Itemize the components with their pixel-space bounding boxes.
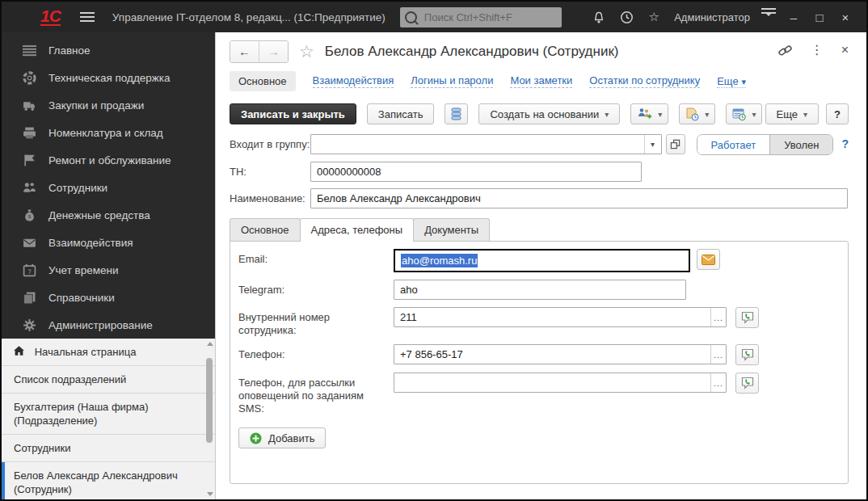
forward-button[interactable]: → bbox=[259, 41, 288, 62]
phone-value: +7 856-65-17 bbox=[400, 348, 463, 360]
sms-phone-call-button[interactable] bbox=[735, 373, 759, 394]
more-button[interactable]: Еще▾ bbox=[765, 103, 819, 124]
internal-phone-field[interactable]: 211 ... bbox=[394, 307, 727, 327]
group-label: Входит в группу: bbox=[230, 134, 310, 151]
create-based-on-button[interactable]: Создать на основании▾ bbox=[478, 103, 620, 124]
scheduled-tasks-button[interactable]: ▾ bbox=[726, 103, 762, 124]
document-history-button[interactable]: ▾ bbox=[679, 103, 715, 124]
save-and-close-button[interactable]: Записать и закрыть bbox=[230, 103, 356, 124]
phone-choose-button[interactable]: ... bbox=[710, 345, 726, 364]
sms-phone-field[interactable]: ... bbox=[394, 373, 727, 393]
link-interactions[interactable]: Взаимодействия bbox=[313, 74, 394, 88]
send-email-button[interactable] bbox=[697, 249, 720, 270]
envelope-orange-icon bbox=[702, 255, 715, 265]
telegram-row: Telegram: aho bbox=[238, 280, 848, 300]
window-item-accounting-department[interactable]: Бухгалтерия (Наша фирма) (Подразделение) bbox=[2, 394, 215, 435]
window-item-home[interactable]: Начальная страница bbox=[2, 339, 215, 366]
name-value: Белов Александр Александрович bbox=[317, 192, 481, 204]
people-add-icon bbox=[637, 107, 652, 120]
window-item-departments-list[interactable]: Список подразделений bbox=[2, 366, 215, 394]
phone-bubble-icon bbox=[741, 311, 754, 324]
favorites-star-icon[interactable]: ☆ bbox=[640, 10, 668, 24]
help-button[interactable]: ? bbox=[826, 103, 849, 124]
sidebar-item-administration[interactable]: Администрирование bbox=[2, 311, 215, 339]
sidebar-item-money[interactable]: s Денежные средства bbox=[2, 201, 215, 229]
employee-form: ← → ☆ Белов Александр Александрович (Сот… bbox=[217, 32, 866, 499]
read-data-button[interactable] bbox=[445, 103, 468, 124]
status-fired-button[interactable]: Уволен bbox=[770, 135, 832, 154]
phone-bubble-icon bbox=[741, 348, 754, 361]
phone-call-button[interactable] bbox=[735, 344, 759, 365]
window-item-label: Сотрудники bbox=[14, 442, 70, 454]
sidebar-item-interactions[interactable]: Взаимодействия bbox=[2, 229, 215, 256]
search-input[interactable] bbox=[423, 11, 568, 24]
add-contact-label: Добавить bbox=[268, 432, 314, 444]
add-user-button[interactable]: ▾ bbox=[630, 103, 668, 124]
scrollbar-thumb[interactable] bbox=[206, 358, 213, 443]
money-bag-icon: s bbox=[23, 208, 36, 222]
maximize-button[interactable]: □ bbox=[807, 11, 832, 24]
tn-label: ТН: bbox=[230, 162, 310, 179]
link-my-notes[interactable]: Мои заметки bbox=[510, 74, 572, 88]
telegram-field[interactable]: aho bbox=[394, 280, 686, 300]
status-help-link[interactable]: ? bbox=[841, 134, 849, 150]
sidebar-item-purchases-sales[interactable]: Закупки и продажи bbox=[2, 91, 215, 119]
favorite-star-icon[interactable]: ☆ bbox=[299, 42, 314, 61]
minimize-button[interactable]: – bbox=[781, 11, 807, 24]
link-logins-passwords[interactable]: Логины и пароли bbox=[411, 74, 493, 88]
sms-phone-choose-button[interactable]: ... bbox=[710, 373, 726, 392]
internal-phone-choose-button[interactable]: ... bbox=[710, 308, 726, 326]
form-header-icons: ⋮ × bbox=[760, 41, 849, 59]
sidebar-item-time-tracking[interactable]: 7 Учет времени bbox=[2, 256, 215, 284]
detail-tabs: Основное Адреса, телефоны Документы bbox=[230, 218, 849, 241]
sidebar-item-nomenclature-warehouse[interactable]: Номенклатура и склад bbox=[2, 119, 215, 146]
window-item-belov-employee[interactable]: Белов Александр Александрович (Сотрудник… bbox=[2, 462, 215, 499]
global-search[interactable] bbox=[400, 7, 562, 27]
history-icon[interactable] bbox=[613, 10, 640, 25]
window-item-employees[interactable]: Сотрудники bbox=[2, 435, 215, 462]
add-contact-button[interactable]: Добавить bbox=[238, 427, 326, 448]
email-field[interactable]: aho@romash.ru bbox=[394, 249, 690, 272]
tab-addresses-phones[interactable]: Адреса, телефоны bbox=[300, 218, 415, 242]
sidebar-item-glavnoe[interactable]: Главное bbox=[2, 36, 215, 64]
save-button[interactable]: Записать bbox=[367, 103, 435, 124]
notifications-bell-icon[interactable] bbox=[585, 10, 613, 24]
name-row: Наименование: Белов Александр Александро… bbox=[230, 188, 849, 208]
chevron-down-icon: ▾ bbox=[705, 110, 709, 119]
sms-phone-label: Телефон, для рассылки оповещений по зада… bbox=[238, 373, 394, 415]
status-working-button[interactable]: Работает bbox=[697, 135, 771, 154]
sidebar-scrollbar[interactable] bbox=[204, 340, 214, 498]
current-user[interactable]: Администратор bbox=[674, 11, 750, 23]
phone-bubble-icon bbox=[741, 377, 754, 389]
sidebar-item-repair-maintenance[interactable]: Ремонт и обслуживание bbox=[2, 146, 215, 174]
sidebar-item-directories[interactable]: Справочники bbox=[2, 284, 215, 311]
scroll-down-icon[interactable] bbox=[207, 492, 213, 496]
form-nav: Основное Взаимодействия Логины и пароли … bbox=[230, 70, 849, 92]
close-form-icon[interactable]: × bbox=[841, 41, 849, 59]
main-menu-icon[interactable] bbox=[80, 10, 95, 24]
group-field[interactable]: ▾ bbox=[310, 134, 662, 154]
sidebar-item-employees[interactable]: Сотрудники bbox=[2, 174, 215, 201]
more-actions-icon[interactable]: ⋮ bbox=[811, 41, 824, 59]
tab-main[interactable]: Основное bbox=[230, 218, 301, 241]
group-open-button[interactable] bbox=[666, 134, 685, 154]
tab-osnovnoe-link[interactable]: Основное bbox=[230, 71, 296, 91]
phone-field[interactable]: +7 856-65-17 ... bbox=[394, 344, 727, 364]
tab-documents[interactable]: Документы bbox=[413, 218, 490, 241]
get-link-icon[interactable] bbox=[777, 41, 793, 59]
sidebar-item-label: Техническая поддержка bbox=[48, 72, 171, 84]
sections-panel: Главное Техническая поддержка Закупки и … bbox=[2, 32, 215, 339]
sidebar-item-tech-support[interactable]: Техническая поддержка bbox=[2, 64, 215, 91]
internal-phone-call-button[interactable] bbox=[735, 307, 759, 328]
scroll-up-icon[interactable] bbox=[207, 342, 213, 346]
internal-phone-label: Внутренний номер сотрудника: bbox=[238, 307, 394, 337]
nav-more-button[interactable]: Еще▾ bbox=[717, 75, 746, 88]
name-field[interactable]: Белов Александр Александрович bbox=[310, 188, 848, 208]
back-button[interactable]: ← bbox=[230, 41, 259, 62]
close-window-button[interactable]: × bbox=[832, 11, 858, 24]
link-employee-balances[interactable]: Остатки по сотруднику bbox=[589, 74, 700, 88]
service-menu-icon[interactable] bbox=[756, 6, 781, 28]
tn-field[interactable]: 00000000008 bbox=[310, 162, 642, 182]
group-dropdown-icon[interactable]: ▾ bbox=[644, 135, 661, 154]
sidebar-item-label: Номенклатура и склад bbox=[48, 127, 163, 139]
